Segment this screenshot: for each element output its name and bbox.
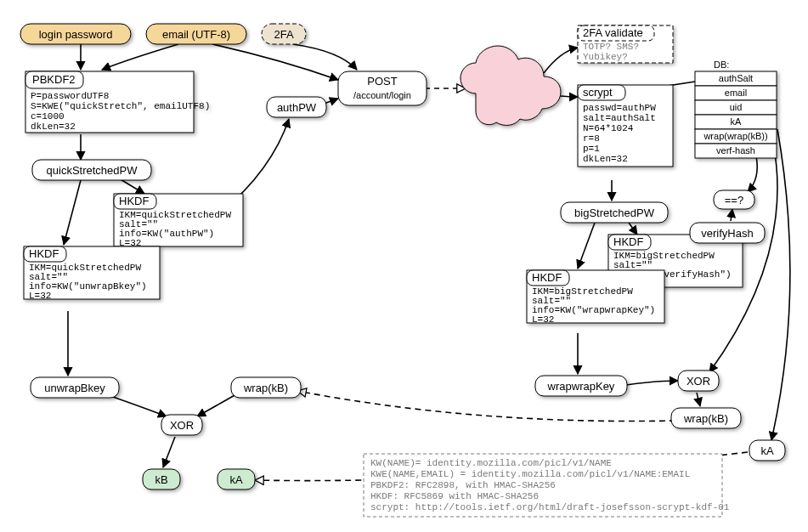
svg-text:kB: kB: [155, 473, 167, 486]
svg-text:kA: kA: [760, 444, 774, 457]
svg-text:salt=authSalt: salt=authSalt: [583, 113, 656, 123]
svg-text:HKDF: HKDF: [119, 195, 149, 207]
svg-text:S=KWE("quickStretch", emailUTF: S=KWE("quickStretch", emailUTF8): [31, 101, 210, 111]
svg-text:L=32: L=32: [532, 314, 554, 325]
ka-out-node: kA: [218, 469, 255, 490]
svg-text:authPW: authPW: [277, 101, 317, 114]
unwrapbkey-node: unwrapBkey: [31, 377, 119, 398]
hkdf-unwrap-box: HKDF IKM=quickStretchedPW salt="" info=K…: [24, 246, 160, 301]
compare-node: ==?: [714, 190, 754, 209]
input-login-password-label: login password: [39, 28, 113, 41]
wrap-kb-left-node: wrap(kB): [231, 377, 301, 398]
authpw-node: authPW: [267, 97, 326, 117]
hkdf-auth-box: HKDF IKM=quickStretchedPW salt="" info=K…: [114, 194, 243, 248]
verifyhash-node: verifyHash: [690, 223, 765, 243]
svg-text:c=1000: c=1000: [31, 111, 65, 122]
svg-text:bigStretchedPW: bigStretchedPW: [574, 207, 655, 219]
svg-text:2FA validate: 2FA validate: [583, 26, 643, 39]
svg-text:email: email: [725, 88, 747, 98]
svg-text:/account/login: /account/login: [353, 90, 411, 100]
svg-text:scrypt: http://tools.ietf.org/: scrypt: http://tools.ietf.org/html/draft…: [370, 502, 730, 512]
svg-text:HKDF: HKDF: [613, 235, 643, 248]
svg-text:dkLen=32: dkLen=32: [31, 122, 76, 132]
svg-text:kA: kA: [731, 116, 743, 127]
legend-box: KW(NAME)= identity.mozilla.com/picl/v1/N…: [364, 454, 730, 517]
xor-left-node: XOR: [161, 415, 202, 435]
svg-text:PBKDF2: RFC2898, with HMAC-SHA: PBKDF2: RFC2898, with HMAC-SHA256: [370, 480, 556, 490]
input-login-password: login password: [20, 24, 131, 44]
bigstretchedpw-node: bigStretchedPW: [561, 202, 668, 223]
svg-text:P=passwordUTF8: P=passwordUTF8: [31, 91, 109, 101]
post-node: POST /account/login: [338, 71, 427, 105]
svg-text:XOR: XOR: [170, 419, 194, 432]
wrapwrapkey-node: wrapwrapKey: [535, 376, 627, 396]
svg-text:verifyHash: verifyHash: [701, 227, 753, 240]
pbkdf2-title: PBKDF2: [32, 73, 76, 86]
kb-node: kB: [143, 469, 180, 490]
twofa-validate-box: 2FA validate TOTP? SMS? Yubikey?: [578, 25, 673, 63]
svg-text:XOR: XOR: [687, 375, 710, 388]
svg-text:dkLen=32: dkLen=32: [583, 154, 628, 164]
input-2fa: 2FA: [262, 24, 306, 44]
svg-text:KWE(NAME,EMAIL) = identity.moz: KWE(NAME,EMAIL) = identity.mozilla.com/p…: [370, 469, 690, 479]
svg-text:HKDF: HKDF: [532, 271, 562, 284]
svg-text:r=8: r=8: [583, 133, 600, 144]
svg-text:KW(NAME)= identity.mozilla.com: KW(NAME)= identity.mozilla.com/picl/v1/N…: [370, 458, 612, 468]
svg-text:kA: kA: [229, 473, 243, 486]
svg-text:N=64*1024: N=64*1024: [583, 123, 634, 133]
input-2fa-label: 2FA: [274, 28, 293, 41]
svg-text:scrypt: scrypt: [583, 86, 613, 99]
svg-text:wrapwrapKey: wrapwrapKey: [547, 380, 615, 393]
svg-text:HKDF: HKDF: [29, 247, 59, 260]
svg-text:wrap(kB): wrap(kB): [683, 412, 728, 425]
svg-text:quickStretchedPW: quickStretchedPW: [47, 164, 138, 177]
svg-text:unwrapBkey: unwrapBkey: [44, 382, 105, 394]
svg-text:Yubikey?: Yubikey?: [583, 52, 628, 62]
quickstretchedpw-node: quickStretchedPW: [32, 160, 151, 180]
svg-text:verf-hash: verf-hash: [716, 145, 755, 156]
wrap-kb-right-node: wrap(kB): [671, 408, 741, 428]
svg-text:uid: uid: [730, 102, 743, 112]
cloud-icon: [461, 46, 561, 125]
svg-text:L=32: L=32: [29, 291, 51, 301]
input-email-label: email (UTF-8): [162, 28, 230, 41]
db-label: DB:: [714, 59, 729, 70]
hkdf-wrapwrap-box: HKDF IKM=bigStretchedPW salt="" info=KW(…: [527, 270, 664, 325]
xor-right-node: XOR: [678, 371, 719, 391]
input-email: email (UTF-8): [146, 24, 246, 44]
scrypt-box: scrypt passwd=authPW salt=authSalt N=64*…: [578, 85, 673, 167]
ka-right-node: kA: [749, 440, 785, 461]
svg-text:authSalt: authSalt: [719, 73, 753, 83]
svg-text:wrap(kB): wrap(kB): [243, 382, 288, 394]
svg-text:passwd=authPW: passwd=authPW: [583, 103, 656, 113]
svg-text:HKDF: RFC5869 with HMAC-SHA256: HKDF: RFC5869 with HMAC-SHA256: [370, 491, 539, 501]
svg-text:==?: ==?: [725, 194, 743, 207]
svg-text:p=1: p=1: [583, 144, 600, 154]
pbkdf2-box: PBKDF2 P=passwordUTF8 S=KWE("quickStretc…: [25, 71, 210, 133]
svg-text:TOTP? SMS?: TOTP? SMS?: [583, 42, 639, 52]
db-table: authSalt email uid kA wrap(wrap(kB)) ver…: [695, 71, 777, 158]
svg-text:wrap(wrap(kB)): wrap(wrap(kB)): [703, 131, 767, 141]
svg-text:POST: POST: [367, 75, 397, 88]
